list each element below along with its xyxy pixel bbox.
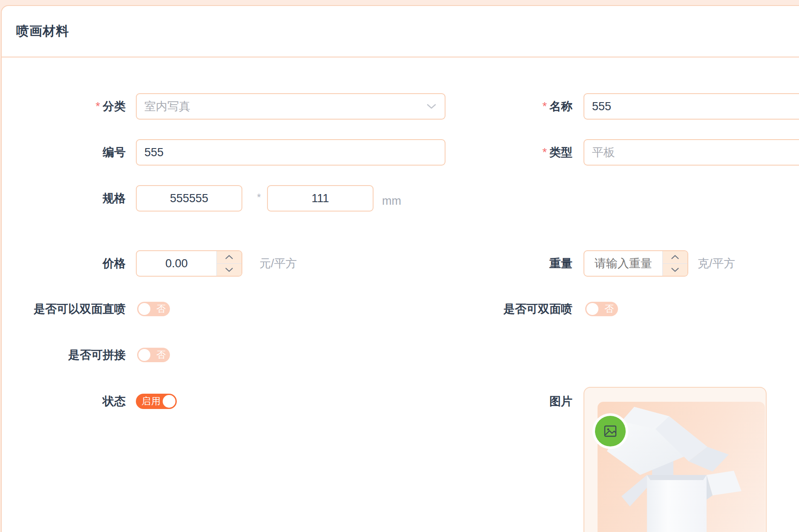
image-upload-panel <box>598 402 765 532</box>
toggle-state-text: 否 <box>156 348 166 362</box>
price-label: 价格 <box>2 250 126 277</box>
status-label: 状态 <box>2 394 126 409</box>
price-input[interactable] <box>137 251 216 276</box>
spliceable-label: 是否可拼接 <box>2 348 126 362</box>
code-input-wrap <box>136 139 445 166</box>
name-label: *名称 <box>444 93 572 120</box>
material-dialog: 喷画材料 *分类 室内写真 *名称 编号 *类型 平板 规格 <box>1 5 799 532</box>
spec-width-wrap <box>136 185 242 212</box>
weight-number-input <box>583 250 688 277</box>
spec-label: 规格 <box>2 185 126 212</box>
price-group: 元/平方 <box>136 250 332 277</box>
name-input-wrap <box>583 93 799 120</box>
increase-button[interactable] <box>663 251 687 264</box>
toggle-knob <box>586 303 598 315</box>
toggle-state-text: 启用 <box>141 394 161 409</box>
image-icon <box>603 424 618 438</box>
arrow-down-icon <box>225 268 233 272</box>
arrow-down-icon <box>671 268 679 272</box>
toggle-knob <box>138 349 150 361</box>
required-mark: * <box>542 146 547 159</box>
toggle-state-text: 否 <box>156 302 166 316</box>
chevron-down-icon <box>427 103 436 109</box>
weight-unit: 克/平方 <box>698 250 736 277</box>
spec-group: * mm <box>136 185 434 212</box>
arrow-up-icon <box>225 255 233 259</box>
spec-height-wrap <box>267 185 374 212</box>
weight-stepper <box>662 251 687 276</box>
status-toggle[interactable]: 启用 <box>136 394 177 409</box>
double-sided-direct-label: 是否可以双面直喷 <box>2 302 126 316</box>
toggle-knob <box>163 395 175 408</box>
spec-separator: * <box>255 185 263 212</box>
double-sided-label: 是否可双面喷 <box>444 302 572 316</box>
arrow-up-icon <box>671 255 679 259</box>
category-select-value: 室内写真 <box>144 99 422 114</box>
toggle-state-text: 否 <box>604 302 614 316</box>
image-badge <box>595 416 626 446</box>
price-unit: 元/平方 <box>259 250 297 277</box>
category-label: *分类 <box>2 93 126 120</box>
price-stepper <box>216 251 241 276</box>
material-form: *分类 室内写真 *名称 编号 *类型 平板 规格 <box>2 6 799 532</box>
required-mark: * <box>95 100 100 113</box>
decrease-button[interactable] <box>663 264 687 276</box>
spliceable-toggle[interactable]: 否 <box>137 348 170 362</box>
spec-width-input[interactable] <box>137 186 241 211</box>
category-select[interactable]: 室内写真 <box>136 93 445 120</box>
weight-group: 克/平方 <box>583 250 779 277</box>
toggle-knob <box>138 303 150 315</box>
double-sided-toggle[interactable]: 否 <box>585 302 618 316</box>
type-label: *类型 <box>444 139 572 166</box>
spec-unit: mm <box>382 194 401 208</box>
price-number-input <box>136 250 242 277</box>
name-input[interactable] <box>584 94 799 119</box>
page-background: 喷画材料 *分类 室内写真 *名称 编号 *类型 平板 规格 <box>0 0 799 532</box>
type-select[interactable]: 平板 <box>583 139 799 166</box>
image-label: 图片 <box>444 394 572 409</box>
spec-height-input[interactable] <box>268 186 373 211</box>
weight-input[interactable] <box>584 251 662 276</box>
code-label: 编号 <box>2 139 126 166</box>
type-select-value: 平板 <box>592 145 799 160</box>
required-mark: * <box>542 100 547 113</box>
double-sided-direct-toggle[interactable]: 否 <box>137 302 170 316</box>
decrease-button[interactable] <box>217 264 241 276</box>
increase-button[interactable] <box>217 251 241 264</box>
weight-label: 重量 <box>444 250 572 277</box>
code-input[interactable] <box>137 140 445 165</box>
image-upload-area[interactable] <box>583 387 767 532</box>
